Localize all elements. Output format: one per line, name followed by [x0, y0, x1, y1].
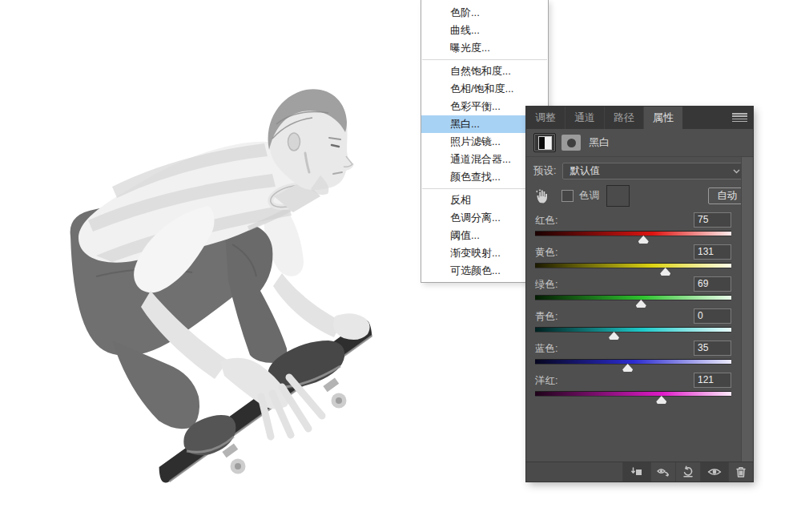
slider-track[interactable] [535, 391, 731, 396]
slider-label: 红色: [535, 214, 557, 228]
slider-label: 洋红: [535, 374, 557, 388]
bw-slider-row-6: 洋红: 121 [535, 372, 731, 404]
menu-item-1[interactable]: 色阶... [421, 4, 548, 22]
slider-track[interactable] [535, 231, 731, 236]
bw-slider-row-5: 蓝色: 35 [535, 340, 731, 372]
slider-value-input[interactable]: 75 [694, 212, 731, 228]
slider-thumb[interactable] [656, 396, 666, 404]
tint-color-swatch[interactable] [606, 185, 630, 207]
panel-tab-strip: 调整通道路径属性 [526, 107, 753, 129]
panel-scrollbar[interactable] [741, 157, 753, 462]
slider-thumb[interactable] [660, 268, 670, 276]
delete-icon[interactable] [728, 462, 753, 482]
panel-footer [526, 461, 753, 482]
slider-value-input[interactable]: 121 [694, 373, 731, 388]
menu-item-4[interactable]: 自然饱和度... [421, 62, 548, 80]
slider-track[interactable] [535, 359, 731, 364]
slider-track[interactable] [535, 327, 731, 332]
menu-item-3[interactable]: 曝光度... [421, 39, 548, 57]
properties-panel: 调整通道路径属性 黑白 预设: 默认值 色调 自动 [526, 107, 753, 482]
preset-label: 预设: [533, 164, 556, 178]
reset-icon[interactable] [675, 462, 700, 482]
tab-路径[interactable]: 路径 [605, 107, 644, 129]
layer-mask-icon[interactable] [562, 135, 581, 151]
slider-thumb[interactable] [638, 236, 649, 244]
slider-label: 蓝色: [535, 342, 557, 356]
slider-value-input[interactable]: 0 [694, 308, 731, 324]
slider-thumb[interactable] [609, 332, 619, 340]
adjustment-title: 黑白 [589, 135, 610, 150]
menu-item-2[interactable]: 曲线... [421, 22, 548, 39]
bw-slider-row-4: 青色: 0 [535, 308, 731, 340]
tools-row: 色调 自动 [526, 183, 753, 210]
tab-通道[interactable]: 通道 [566, 107, 605, 129]
bw-slider-row-1: 红色: 75 [535, 212, 731, 244]
menu-item-5[interactable]: 色相/饱和度... [421, 80, 548, 98]
panel-menu-icon[interactable] [732, 113, 747, 123]
targeted-adjustment-icon[interactable] [533, 187, 551, 204]
auto-button[interactable]: 自动 [708, 187, 746, 204]
clip-to-layer-icon[interactable] [622, 462, 650, 482]
slider-track[interactable] [535, 295, 731, 300]
slider-track[interactable] [535, 263, 731, 268]
slider-thumb[interactable] [636, 300, 646, 308]
preset-row: 预设: 默认值 [526, 157, 753, 183]
photoshop-workspace: 亮度/对比度... 色阶...曲线...曝光度...自然饱和度...色相/饱和度… [0, 0, 801, 532]
menu-separator [422, 59, 547, 60]
skateboarder-photo [64, 76, 384, 489]
slider-thumb[interactable] [622, 364, 633, 372]
view-previous-state-icon[interactable] [650, 462, 675, 482]
tab-调整[interactable]: 调整 [526, 107, 566, 129]
tint-checkbox[interactable] [562, 190, 574, 202]
adjustment-header: 黑白 [526, 129, 753, 157]
slider-value-input[interactable]: 35 [694, 341, 731, 356]
bw-slider-row-2: 黄色: 131 [535, 244, 731, 276]
footer-spacer [526, 462, 622, 482]
slider-label: 绿色: [535, 278, 557, 292]
slider-label: 黄色: [535, 246, 557, 260]
bw-adjustment-icon[interactable] [533, 133, 556, 152]
preset-dropdown[interactable]: 默认值 [562, 163, 746, 179]
chevron-down-icon [733, 169, 740, 174]
tint-label: 色调 [579, 189, 599, 203]
slider-label: 青色: [535, 310, 557, 324]
visibility-icon[interactable] [700, 462, 728, 482]
bw-sliders: 红色: 75 黄色: 131 绿色: 69 青色: 0 蓝色: 35 [526, 210, 753, 404]
tab-属性[interactable]: 属性 [644, 107, 683, 129]
slider-value-input[interactable]: 131 [694, 244, 731, 260]
preset-value: 默认值 [570, 165, 600, 176]
bw-slider-row-3: 绿色: 69 [535, 276, 731, 308]
slider-value-input[interactable]: 69 [694, 276, 731, 292]
